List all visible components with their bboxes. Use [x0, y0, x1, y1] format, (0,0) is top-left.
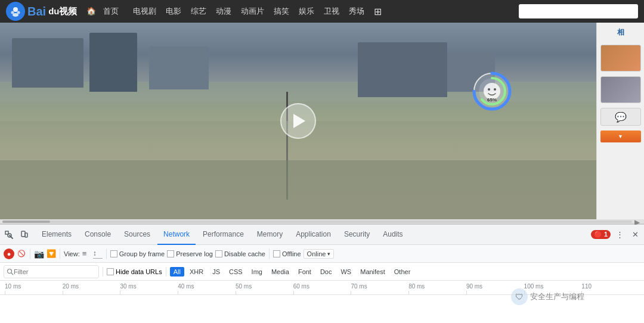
play-button[interactable]: [280, 103, 316, 139]
sidebar-thumb-2[interactable]: [600, 76, 641, 103]
nav-anime[interactable]: 动漫: [211, 6, 236, 17]
toolbar-sep-4: [269, 249, 270, 259]
nav-film[interactable]: 电影: [161, 6, 186, 17]
tab-elements[interactable]: Elements: [36, 225, 78, 245]
browser-nav-bar: Baidu视频 🏠 首页 电视剧 电影 综艺 动漫 动画片 搞笑 娱乐 卫视 秀…: [0, 0, 644, 23]
baidu-logo: Baidu视频: [6, 2, 77, 21]
tab-console[interactable]: Console: [79, 225, 117, 245]
filter-other[interactable]: Other: [391, 267, 414, 277]
list-view-icon[interactable]: ≡: [82, 249, 92, 259]
ruler-mark-5: 60 ms: [293, 281, 351, 294]
sidebar-panel: 相 💬 ▼: [596, 23, 644, 219]
ruler-marks: 10 ms 20 ms 30 ms 40 ms 50 ms 60 ms: [0, 281, 644, 294]
scroll-right-arrow[interactable]: ▶: [634, 218, 642, 225]
devtools-controls: [2, 228, 31, 241]
preserve-log-checkbox[interactable]: [167, 250, 174, 257]
filter-manifest[interactable]: Manifest: [357, 267, 389, 277]
tab-audits[interactable]: Audits: [377, 225, 408, 245]
svg-text:65%: 65%: [487, 97, 497, 103]
disable-cache-toggle[interactable]: Disable cache: [215, 250, 265, 257]
more-options-button[interactable]: ⋮: [613, 228, 626, 241]
filter-media[interactable]: Media: [268, 267, 293, 277]
nav-links: 🏠 首页 电视剧 电影 综艺 动漫 动画片 搞笑 娱乐 卫视 秀场 ⊞: [82, 6, 386, 17]
filter-img[interactable]: Img: [248, 267, 266, 277]
group-by-frame-checkbox[interactable]: [110, 250, 117, 257]
group-by-frame-toggle[interactable]: Group by frame: [110, 250, 165, 257]
tab-performance[interactable]: Performance: [197, 225, 250, 245]
scroll-track: [2, 220, 632, 223]
error-count-badge: 🔴 1: [591, 230, 611, 239]
filter-input-wrapper[interactable]: [4, 265, 99, 278]
hide-data-urls-toggle[interactable]: Hide data URLs: [107, 268, 162, 275]
filter-css[interactable]: CSS: [225, 267, 246, 277]
view-label: View:: [64, 250, 80, 257]
ruler-mark-10: 110: [581, 281, 639, 294]
video-scene: 65%: [0, 23, 596, 219]
filter-js[interactable]: JS: [209, 267, 224, 277]
close-devtools-button[interactable]: ✕: [628, 228, 642, 241]
svg-point-0: [13, 7, 18, 12]
hide-data-urls-label: Hide data URLs: [116, 268, 162, 275]
svg-rect-15: [25, 233, 27, 237]
tab-sources[interactable]: Sources: [118, 225, 156, 245]
camera-button[interactable]: 📷: [34, 249, 44, 259]
home-link[interactable]: 🏠 首页: [82, 6, 128, 17]
filter-row: Hide data URLs All XHR JS CSS Img Media …: [0, 263, 644, 281]
nav-entertainment[interactable]: 娱乐: [294, 6, 319, 17]
svg-point-9: [494, 88, 496, 91]
timeline-ruler: 10 ms 20 ms 30 ms 40 ms 50 ms 60 ms: [0, 281, 644, 295]
nav-show[interactable]: 秀场: [344, 6, 369, 17]
ruler-mark-9: 100 ms: [524, 281, 582, 294]
nav-variety[interactable]: 综艺: [186, 6, 211, 17]
tab-memory[interactable]: Memory: [251, 225, 289, 245]
browser-search-bar[interactable]: [519, 4, 638, 18]
inspect-element-button[interactable]: [2, 228, 16, 241]
filter-all[interactable]: All: [170, 267, 184, 277]
tab-network[interactable]: Network: [157, 225, 196, 245]
grid-menu-icon[interactable]: ⊞: [369, 6, 386, 17]
svg-rect-11: [5, 231, 8, 234]
video-player-area[interactable]: 65%: [0, 23, 596, 219]
tab-application[interactable]: Application: [290, 225, 337, 245]
view-mode-controls: ≡ ↕: [82, 249, 103, 259]
svg-point-17: [8, 269, 12, 273]
record-button[interactable]: ●: [4, 249, 14, 259]
clear-button[interactable]: 🚫: [17, 249, 26, 259]
filter-divider-2: [166, 267, 166, 277]
devtools-right-controls: 🔴 1 ⋮ ✕: [591, 228, 642, 241]
logo-text: Bai: [27, 5, 46, 18]
filter-input[interactable]: [14, 268, 91, 275]
nav-satellite[interactable]: 卫视: [319, 6, 344, 17]
device-toggle-button[interactable]: [18, 228, 31, 241]
offline-checkbox[interactable]: [273, 250, 280, 257]
toolbar-sep-1: [30, 249, 30, 259]
offline-toggle[interactable]: Offline: [273, 250, 301, 257]
devtools-panel: Elements Console Sources Network Perform…: [0, 224, 644, 323]
scroll-thumb[interactable]: [2, 220, 50, 223]
sidebar-comment-icon[interactable]: 💬: [600, 108, 641, 126]
filter-xhr[interactable]: XHR: [186, 267, 207, 277]
main-content: 65% 相 💬 ▼: [0, 23, 644, 219]
nav-tv[interactable]: 电视剧: [128, 6, 161, 17]
filter-font[interactable]: Font: [295, 267, 315, 277]
filter-doc[interactable]: Doc: [317, 267, 336, 277]
waterfall-view-icon[interactable]: ↕: [93, 249, 103, 259]
disable-cache-checkbox[interactable]: [215, 250, 222, 257]
online-dropdown[interactable]: Online ▾: [304, 249, 335, 259]
ruler-mark-1: 20 ms: [63, 281, 120, 294]
nav-funny[interactable]: 搞笑: [269, 6, 294, 17]
preserve-log-toggle[interactable]: Preserve log: [167, 250, 213, 257]
logo-video: du视频: [48, 6, 77, 17]
ruler-mark-7: 80 ms: [408, 281, 466, 294]
filter-ws[interactable]: WS: [337, 267, 355, 277]
hide-data-urls-checkbox[interactable]: [107, 268, 114, 275]
tab-security[interactable]: Security: [338, 225, 376, 245]
filter-search-icon: [7, 268, 14, 275]
toolbar-sep-2: [60, 249, 60, 259]
sidebar-thumb-1[interactable]: [600, 45, 641, 72]
ruler-mark-4: 50 ms: [236, 281, 293, 294]
scroll-handle[interactable]: ▶: [0, 219, 644, 224]
filter-button[interactable]: 🔽: [47, 249, 56, 258]
nav-animation[interactable]: 动画片: [236, 6, 269, 17]
sidebar-more-button[interactable]: ▼: [600, 131, 641, 142]
